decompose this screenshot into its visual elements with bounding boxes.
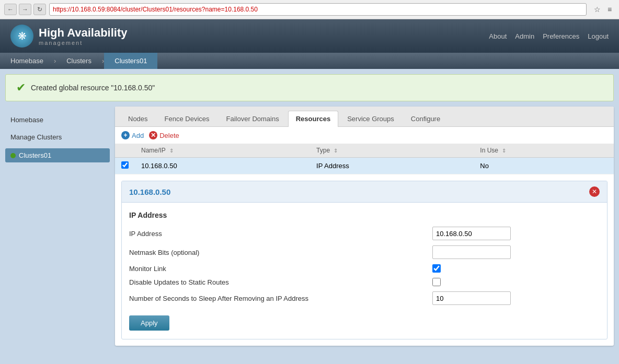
form-row-sleep-seconds: Number of Seconds to Sleep After Removin… — [129, 291, 600, 305]
tabs: Nodes Fence Devices Failover Domains Res… — [115, 107, 614, 127]
content-area: Nodes Fence Devices Failover Domains Res… — [115, 107, 614, 346]
sidebar-item-homebase[interactable]: Homebase — [5, 112, 110, 128]
success-check-icon: ✔ — [16, 81, 26, 95]
refresh-button[interactable]: ↻ — [33, 4, 46, 15]
col-name-ip[interactable]: Name/IP ⇕ — [135, 144, 310, 158]
form-row-ip-address: IP Address — [129, 227, 600, 240]
address-bar[interactable]: https://10.168.0.59:8084/cluster/Cluster… — [49, 3, 587, 16]
app-title-sub: management — [39, 40, 128, 46]
back-button[interactable]: ← — [4, 4, 17, 15]
success-message: Created global resource "10.168.0.50" — [31, 84, 155, 92]
tab-fence-devices[interactable]: Fence Devices — [157, 111, 217, 126]
detail-close-button[interactable]: ✕ — [589, 186, 600, 197]
detail-panel: 10.168.0.50 ✕ IP Address IP Address Netm… — [121, 181, 607, 339]
breadcrumb-homebase[interactable]: Homebase — [0, 53, 54, 69]
checkbox-disable-updates[interactable] — [432, 278, 441, 286]
breadcrumb-nav: Homebase › Clusters › Clusters01 — [0, 53, 619, 69]
breadcrumb-clusters[interactable]: Clusters — [56, 53, 102, 69]
table-toolbar: + Add ✕ Delete — [115, 127, 614, 144]
col-type[interactable]: Type ⇕ — [310, 144, 474, 158]
label-sleep-seconds: Number of Seconds to Sleep After Removin… — [129, 295, 432, 302]
about-link[interactable]: About — [489, 32, 507, 40]
detail-title: 10.168.0.50 — [129, 187, 170, 196]
add-button[interactable]: + Add — [121, 131, 144, 139]
add-icon: + — [121, 131, 130, 139]
cluster-name: Clusters01 — [19, 151, 51, 159]
app-logo: ❋ High Availability management — [10, 25, 128, 48]
menu-icon[interactable]: ≡ — [604, 4, 615, 15]
input-netmask[interactable] — [432, 245, 511, 259]
label-netmask: Netmask Bits (optional) — [129, 249, 432, 256]
tab-configure[interactable]: Configure — [403, 111, 448, 126]
browser-chrome: ← → ↻ https://10.168.0.59:8084/cluster/C… — [0, 0, 619, 19]
label-ip-address: IP Address — [129, 230, 432, 238]
breadcrumb-clusters01[interactable]: Clusters01 — [104, 53, 157, 69]
add-label: Add — [132, 132, 144, 139]
app-header: ❋ High Availability management About Adm… — [0, 19, 619, 53]
main-layout: Homebase Manage Clusters Clusters01 Node… — [0, 107, 619, 351]
bookmark-icon[interactable]: ☆ — [592, 4, 602, 15]
app-title: High Availability management — [39, 26, 128, 46]
apply-button[interactable]: Apply — [129, 315, 169, 331]
sort-type-icon: ⇕ — [334, 148, 338, 154]
cluster-status-dot — [10, 153, 16, 158]
tab-service-groups[interactable]: Service Groups — [339, 111, 402, 126]
tab-nodes[interactable]: Nodes — [120, 111, 156, 126]
delete-label: Delete — [159, 132, 179, 139]
label-disable-updates: Disable Updates to Static Routes — [129, 278, 432, 286]
admin-link[interactable]: Admin — [515, 32, 534, 40]
app-nav-links: About Admin Preferences Logout — [489, 32, 609, 40]
table-row[interactable]: 10.168.0.50 IP Address No — [115, 158, 614, 174]
tab-resources[interactable]: Resources — [288, 111, 338, 127]
delete-icon: ✕ — [149, 131, 157, 139]
delete-button[interactable]: ✕ Delete — [149, 131, 179, 139]
input-sleep-seconds[interactable] — [432, 291, 511, 305]
row-checkbox-cell[interactable] — [115, 158, 135, 174]
sort-name-icon: ⇕ — [169, 148, 174, 154]
sidebar-item-manage-clusters[interactable]: Manage Clusters — [5, 129, 110, 145]
sidebar: Homebase Manage Clusters Clusters01 — [0, 107, 115, 351]
forward-button[interactable]: → — [19, 4, 31, 15]
sort-inuse-icon: ⇕ — [502, 148, 506, 154]
preferences-link[interactable]: Preferences — [543, 32, 579, 40]
row-checkbox[interactable] — [121, 161, 129, 169]
sidebar-cluster-clusters01[interactable]: Clusters01 — [5, 148, 110, 162]
logo-icon: ❋ — [10, 25, 33, 48]
address-url: https://10.168.0.59:8084/cluster/Cluster… — [53, 6, 258, 13]
success-banner: ✔ Created global resource "10.168.0.50" — [5, 74, 614, 101]
resources-table: Name/IP ⇕ Type ⇕ In Use ⇕ — [115, 144, 614, 174]
detail-section-title: IP Address — [129, 211, 600, 219]
form-row-netmask: Netmask Bits (optional) — [129, 245, 600, 259]
detail-body: IP Address IP Address Netmask Bits (opti… — [122, 203, 607, 339]
select-all-col — [115, 144, 135, 158]
form-row-disable-updates: Disable Updates to Static Routes — [129, 278, 600, 286]
col-in-use[interactable]: In Use ⇕ — [474, 144, 614, 158]
detail-header: 10.168.0.50 ✕ — [122, 181, 607, 203]
app-title-main: High Availability — [39, 26, 128, 40]
input-ip-address[interactable] — [432, 227, 511, 240]
row-name: 10.168.0.50 — [135, 158, 310, 174]
row-type: IP Address — [310, 158, 474, 174]
tab-failover-domains[interactable]: Failover Domains — [219, 111, 287, 126]
form-row-monitor-link: Monitor Link — [129, 264, 600, 273]
checkbox-monitor-link[interactable] — [432, 264, 441, 273]
row-in-use: No — [474, 158, 614, 174]
label-monitor-link: Monitor Link — [129, 265, 432, 273]
logout-link[interactable]: Logout — [588, 32, 609, 40]
